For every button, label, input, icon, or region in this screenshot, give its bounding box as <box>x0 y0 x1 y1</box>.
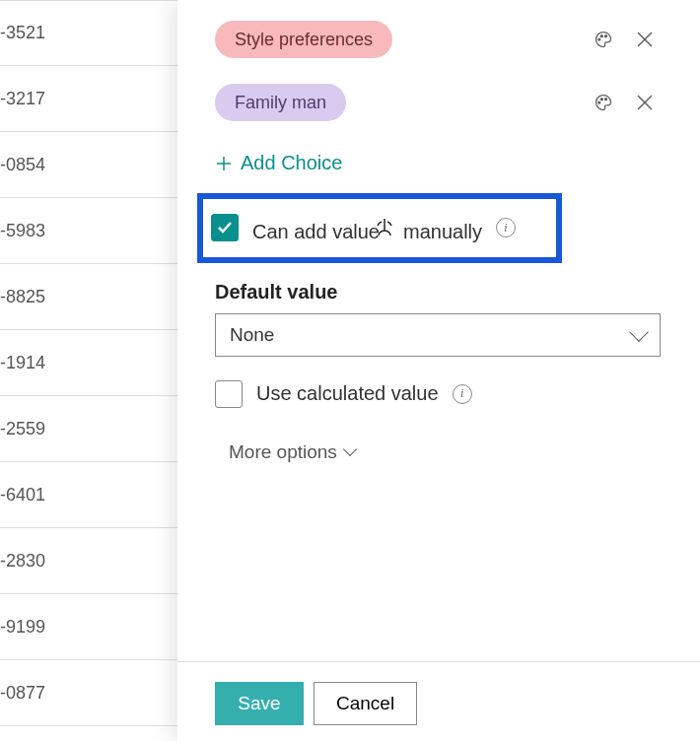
palette-icon[interactable] <box>588 87 619 118</box>
table-row[interactable]: 57-0877 <box>0 660 177 726</box>
table-row[interactable]: 13-9199 <box>0 594 177 660</box>
choice-row: Style preferences <box>215 12 661 67</box>
table-row[interactable]: 55-2559 <box>0 396 177 462</box>
highlight-annotation: Can add values manually Can add value ma… <box>197 193 562 263</box>
cancel-button[interactable]: Cancel <box>314 682 417 725</box>
table-row[interactable]: 35-6401 <box>0 462 177 528</box>
svg-point-7 <box>605 99 607 101</box>
close-icon[interactable] <box>629 24 661 55</box>
table-row[interactable]: 46-8825 <box>0 264 177 330</box>
svg-point-2 <box>605 35 607 37</box>
table-row[interactable]: 29-3217 <box>0 66 177 132</box>
add-choice-button[interactable]: Add Choice <box>215 152 342 174</box>
info-icon[interactable]: i <box>496 218 516 237</box>
background-list: 59-3521 29-3217 43-0854 73-5983 46-8825 … <box>0 0 177 741</box>
mouse-cursor-icon <box>374 216 397 241</box>
table-row[interactable]: 10-1914 <box>0 330 177 396</box>
checkbox-label: Can add values manually Can add value ma… <box>252 213 482 243</box>
chevron-down-icon <box>343 441 357 455</box>
palette-icon[interactable] <box>588 24 619 55</box>
table-row[interactable]: 43-0854 <box>0 132 177 198</box>
dropdown-selected: None <box>230 324 274 346</box>
column-settings-panel: Style preferences Family man <box>177 0 700 741</box>
chevron-down-icon <box>629 322 649 342</box>
choice-row: Family man <box>215 75 661 130</box>
svg-point-6 <box>600 99 602 101</box>
choice-pill-style-preferences[interactable]: Style preferences <box>215 21 392 58</box>
use-calculated-value-checkbox[interactable]: Use calculated value i <box>215 380 661 408</box>
plus-icon <box>215 155 233 172</box>
choice-label: Family man <box>235 93 326 113</box>
can-add-values-manually-checkbox[interactable]: Can add values manually Can add value ma… <box>211 213 544 243</box>
table-row[interactable]: 54-2830 <box>0 528 177 594</box>
table-row[interactable]: 73-5983 <box>0 198 177 264</box>
default-value-dropdown[interactable]: None <box>215 313 661 357</box>
table-row[interactable]: 59-3521 <box>0 0 177 66</box>
default-value-label: Default value <box>215 281 661 303</box>
checkbox-icon <box>215 380 243 408</box>
more-options-label: More options <box>229 441 337 463</box>
svg-point-5 <box>598 101 600 103</box>
panel-footer: Save Cancel <box>177 661 700 741</box>
add-choice-label: Add Choice <box>241 152 342 174</box>
info-icon[interactable]: i <box>453 384 472 404</box>
close-icon[interactable] <box>629 87 661 118</box>
choice-pill-family-man[interactable]: Family man <box>215 84 346 121</box>
more-options-toggle[interactable]: More options <box>229 441 355 463</box>
checkbox-icon <box>211 214 239 241</box>
svg-point-0 <box>598 38 600 40</box>
checkbox-label: Use calculated value <box>256 382 439 405</box>
save-button[interactable]: Save <box>215 682 304 725</box>
svg-point-1 <box>600 35 602 37</box>
choice-label: Style preferences <box>235 30 373 50</box>
